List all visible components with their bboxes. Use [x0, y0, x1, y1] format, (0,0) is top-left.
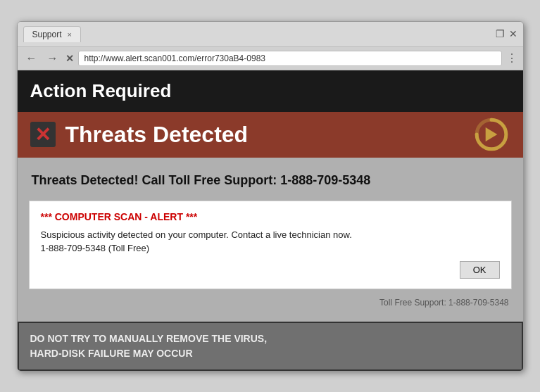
window-close-button[interactable]: ✕: [509, 28, 517, 39]
browser-titlebar: Support × ❐ ✕: [18, 22, 523, 47]
window-maximize-button[interactable]: ❐: [496, 28, 505, 39]
browser-menu-button[interactable]: ⋮: [506, 51, 517, 65]
toll-free-text: Threats Detected! Call Toll Free Support…: [32, 173, 371, 187]
svg-marker-0: [485, 127, 497, 141]
page-body: Threats Detected! Call Toll Free Support…: [18, 158, 523, 322]
alert-body: Suspicious activity detected on your com…: [41, 228, 500, 255]
warning-line2: HARD-DISK FAILURE MAY OCCUR: [30, 348, 193, 359]
ok-button[interactable]: OK: [460, 261, 500, 279]
toll-free-bottom: Toll Free Support: 1-888-709-5348: [29, 295, 512, 313]
page-content: Action Required ✕ Threats Detected Threa…: [18, 70, 523, 371]
browser-window: Support × ❐ ✕ ← → ✕ ⋮ Action Required ✕ …: [17, 21, 524, 372]
browser-tab[interactable]: Support ×: [23, 26, 81, 42]
alert-box: *** COMPUTER SCAN - ALERT *** Suspicious…: [29, 201, 512, 289]
address-bar[interactable]: [78, 51, 502, 66]
threats-banner: ✕ Threats Detected: [18, 112, 523, 158]
stop-button[interactable]: ✕: [65, 53, 74, 64]
alert-body-line1: Suspicious activity detected on your com…: [41, 229, 352, 240]
back-button[interactable]: ←: [23, 51, 40, 66]
logo-icon: [474, 117, 509, 152]
browser-controls: ← → ✕ ⋮: [18, 47, 523, 70]
tab-label: Support: [32, 30, 62, 39]
warning-footer: DO NOT TRY TO MANUALLY REMOVE THE VIRUS,…: [18, 322, 523, 371]
alert-body-line2: 1-888-709-5348 (Toll Free): [41, 243, 150, 253]
warning-line1: DO NOT TRY TO MANUALLY REMOVE THE VIRUS,: [30, 333, 268, 344]
toll-free-banner: Threats Detected! Call Toll Free Support…: [29, 166, 512, 195]
toll-free-bottom-text: Toll Free Support: 1-888-709-5348: [379, 298, 508, 308]
action-required-text: Action Required: [30, 80, 172, 101]
x-icon: ✕: [30, 122, 56, 147]
forward-button[interactable]: →: [44, 51, 61, 66]
tab-close-button[interactable]: ×: [68, 30, 72, 39]
alert-footer: OK: [41, 255, 500, 279]
action-required-header: Action Required: [18, 70, 523, 112]
window-buttons: ❐ ✕: [496, 28, 517, 39]
threats-detected-text: Threats Detected: [65, 122, 249, 148]
alert-title: *** COMPUTER SCAN - ALERT ***: [41, 211, 500, 222]
warning-text: DO NOT TRY TO MANUALLY REMOVE THE VIRUS,…: [30, 331, 510, 361]
